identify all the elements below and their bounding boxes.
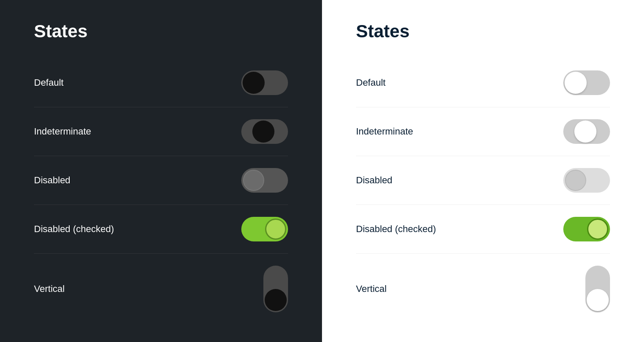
dark-vertical-label: Vertical: [34, 283, 65, 294]
dark-panel-title: States: [34, 21, 288, 42]
dark-disabled-checked-thumb: [265, 219, 286, 240]
dark-vertical-toggle[interactable]: [263, 266, 288, 312]
light-vertical-label: Vertical: [356, 283, 387, 294]
light-indeterminate-label: Indeterminate: [356, 126, 413, 137]
dark-vertical-toggle-container: [237, 266, 288, 312]
dark-default-thumb: [243, 72, 265, 94]
dark-indeterminate-toggle-container: [237, 119, 288, 144]
dark-default-row: Default: [34, 59, 288, 107]
dark-disabled-thumb: [243, 170, 264, 191]
light-panel-title: States: [356, 21, 610, 42]
dark-vertical-thumb: [265, 289, 287, 311]
dark-indeterminate-label: Indeterminate: [34, 126, 91, 137]
dark-disabled-checked-toggle-container: [237, 217, 288, 241]
dark-vertical-row: Vertical: [34, 254, 288, 324]
dark-disabled-toggle-container: [237, 168, 288, 193]
dark-panel: States Default Indeterminate Disabled: [0, 0, 322, 342]
light-vertical-toggle[interactable]: [585, 266, 610, 312]
light-indeterminate-toggle[interactable]: [563, 119, 610, 144]
dark-disabled-checked-row: Disabled (checked): [34, 205, 288, 253]
light-indeterminate-row: Indeterminate: [356, 107, 610, 156]
dark-default-label: Default: [34, 77, 64, 88]
dark-disabled-toggle: [241, 168, 288, 193]
light-vertical-row: Vertical: [356, 254, 610, 324]
dark-default-toggle[interactable]: [241, 70, 288, 95]
light-disabled-checked-toggle-container: [559, 217, 610, 241]
light-disabled-checked-row: Disabled (checked): [356, 205, 610, 253]
dark-indeterminate-thumb: [252, 121, 274, 143]
light-indeterminate-thumb: [574, 121, 596, 143]
light-disabled-row: Disabled: [356, 156, 610, 205]
light-disabled-thumb: [565, 170, 586, 191]
light-disabled-toggle-container: [559, 168, 610, 193]
light-default-thumb: [565, 72, 587, 94]
dark-default-toggle-container: [237, 70, 288, 95]
light-vertical-thumb: [587, 289, 609, 311]
light-default-toggle-container: [559, 70, 610, 95]
light-disabled-toggle: [563, 168, 610, 193]
dark-indeterminate-row: Indeterminate: [34, 107, 288, 156]
light-default-toggle[interactable]: [563, 70, 610, 95]
dark-disabled-checked-toggle: [241, 217, 288, 241]
dark-disabled-label: Disabled: [34, 175, 71, 186]
light-indeterminate-toggle-container: [559, 119, 610, 144]
dark-disabled-row: Disabled: [34, 156, 288, 205]
dark-indeterminate-toggle[interactable]: [241, 119, 288, 144]
light-disabled-checked-toggle: [563, 217, 610, 241]
light-default-row: Default: [356, 59, 610, 107]
light-default-label: Default: [356, 77, 386, 88]
dark-disabled-checked-label: Disabled (checked): [34, 224, 114, 235]
light-disabled-label: Disabled: [356, 175, 393, 186]
light-panel: States Default Indeterminate Disabled: [322, 0, 644, 342]
light-disabled-checked-label: Disabled (checked): [356, 224, 436, 235]
light-disabled-checked-thumb: [587, 219, 608, 240]
light-vertical-toggle-container: [559, 266, 610, 312]
